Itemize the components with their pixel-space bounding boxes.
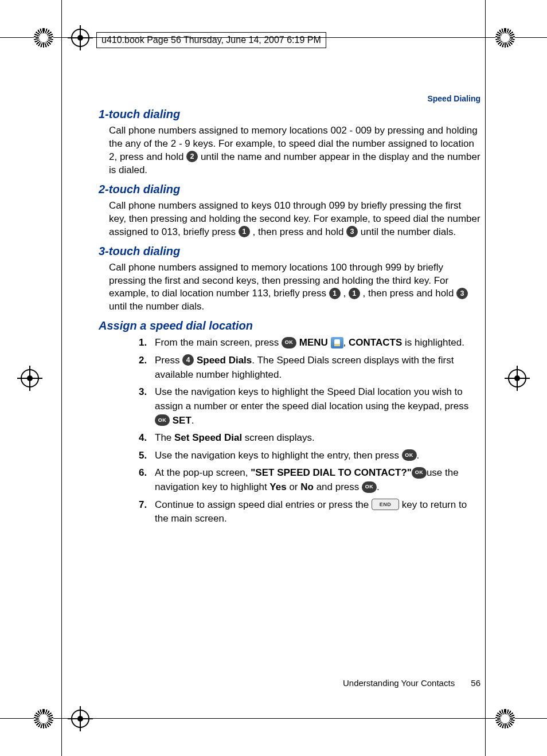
step-text: At the pop-up screen, "SET SPEED DIAL TO… xyxy=(155,466,480,494)
header-text: u410.book Page 56 Thursday, June 14, 200… xyxy=(101,35,321,45)
ok-key-icon: OK xyxy=(362,481,377,493)
step-number: 4. xyxy=(139,431,155,445)
crop-mark-tl xyxy=(26,20,60,54)
crop-mark-bl xyxy=(26,701,60,735)
step-number: 2. xyxy=(139,354,155,382)
crop-mark-tr xyxy=(487,20,522,54)
step-number: 7. xyxy=(139,498,155,526)
section-label: Speed Dialing xyxy=(64,94,480,103)
para-1touch: Call phone numbers assigned to memory lo… xyxy=(109,124,480,177)
page-number: 56 xyxy=(471,678,480,688)
text: , then press and hold xyxy=(253,226,347,237)
key-3b-icon: 3 xyxy=(456,288,468,299)
para-3touch: Call phone numbers assigned to memory lo… xyxy=(109,261,480,314)
ok-key-icon: OK xyxy=(412,467,427,479)
key-4-icon: 4 xyxy=(182,354,194,366)
text: , xyxy=(343,288,348,299)
footer-text: Understanding Your Contacts xyxy=(343,678,455,688)
reg-mark-left xyxy=(17,366,42,391)
step-row: 2.Press 4 Speed Dials. The Speed Dials s… xyxy=(139,354,480,382)
key-2-icon: 2 xyxy=(186,151,198,162)
end-key-icon: END xyxy=(372,499,399,510)
heading-2touch: 2-touch dialing xyxy=(99,183,483,196)
step-row: 6.At the pop-up screen, "SET SPEED DIAL … xyxy=(139,466,480,494)
step-text: From the main screen, press OK MENU , CO… xyxy=(155,336,480,350)
step-row: 3.Use the navigation keys to highlight t… xyxy=(139,385,480,428)
contacts-icon xyxy=(331,337,343,348)
ok-key-icon: OK xyxy=(402,449,417,461)
step-row: 1.From the main screen, press OK MENU , … xyxy=(139,336,480,350)
reg-mark-bottom xyxy=(68,706,93,731)
heading-1touch: 1-touch dialing xyxy=(99,108,483,121)
key-3-icon: 3 xyxy=(346,226,358,237)
text: until the number dials. xyxy=(109,301,204,312)
para-2touch: Call phone numbers assigned to keys 010 … xyxy=(109,199,480,239)
step-text: Use the navigation keys to highlight the… xyxy=(155,385,480,428)
crop-line-right xyxy=(485,0,486,756)
ok-key-icon: OK xyxy=(282,337,296,348)
heading-assign: Assign a speed dial location xyxy=(99,319,483,332)
text: until the number dials. xyxy=(361,226,456,237)
step-number: 1. xyxy=(139,336,155,350)
step-text: The Set Speed Dial screen displays. xyxy=(155,431,480,445)
reg-mark-right xyxy=(505,366,530,391)
header-box: u410.book Page 56 Thursday, June 14, 200… xyxy=(96,32,326,48)
steps-list: 1.From the main screen, press OK MENU , … xyxy=(139,336,480,526)
step-row: 5.Use the navigation keys to highlight t… xyxy=(139,449,480,463)
key-1b-icon: 1 xyxy=(349,288,360,299)
step-text: Continue to assign speed dial entries or… xyxy=(155,498,480,526)
step-number: 5. xyxy=(139,449,155,463)
key-1-icon: 1 xyxy=(239,226,250,237)
step-text: Use the navigation keys to highlight the… xyxy=(155,449,480,463)
heading-3touch: 3-touch dialing xyxy=(99,245,483,258)
crop-mark-br xyxy=(487,701,522,735)
step-row: 7.Continue to assign speed dial entries … xyxy=(139,498,480,526)
step-number: 3. xyxy=(139,385,155,428)
step-text: Press 4 Speed Dials. The Speed Dials scr… xyxy=(155,354,480,382)
step-number: 6. xyxy=(139,466,155,494)
key-1a-icon: 1 xyxy=(329,288,341,299)
text: , then press and hold xyxy=(363,288,457,299)
step-row: 4.The Set Speed Dial screen displays. xyxy=(139,431,480,445)
page-footer: Understanding Your Contacts 56 xyxy=(343,678,480,688)
page-frame: u410.book Page 56 Thursday, June 14, 200… xyxy=(64,29,483,688)
crop-line-left xyxy=(61,0,62,756)
ok-key-icon: OK xyxy=(155,414,170,426)
